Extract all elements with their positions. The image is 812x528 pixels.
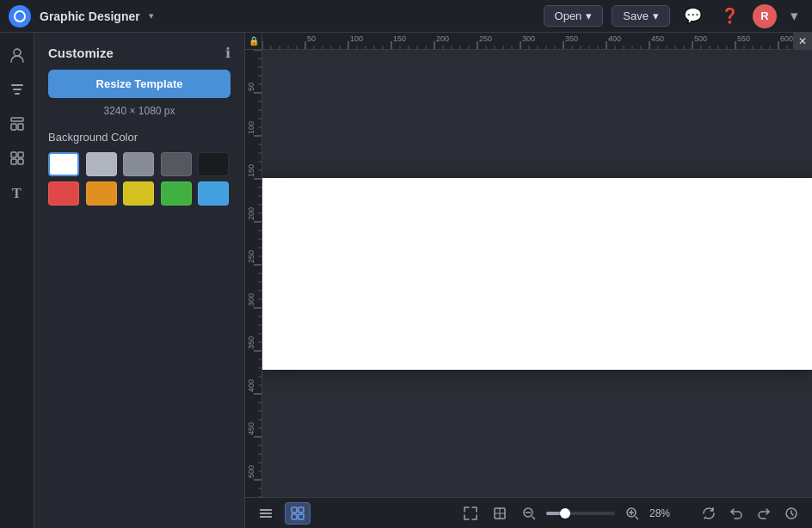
color-swatch-red[interactable] [48,181,79,206]
zoom-slider[interactable] [546,512,615,515]
resize-canvas-button[interactable] [488,503,512,524]
lock-icon: 🔒 [249,36,259,46]
svg-rect-10 [18,159,23,164]
undo-button[interactable] [724,503,748,524]
color-grid [48,152,231,206]
redo-button[interactable] [752,503,776,524]
svg-rect-2 [13,89,22,90]
zoom-controls: 28% [458,503,680,524]
main-body: T Customize ℹ Resize Template 3240 × 108… [0,33,812,528]
customize-title: Customize [48,46,114,60]
canvas-content[interactable] [262,178,812,370]
refresh-button[interactable] [697,503,721,524]
color-swatch-green[interactable] [161,181,192,206]
color-swatch-yellow[interactable] [123,181,154,206]
bg-color-section: Background Color [34,131,244,206]
app-logo[interactable] [9,5,31,28]
history-button[interactable] [779,503,803,524]
svg-rect-9 [11,159,16,164]
resize-template-button[interactable]: Resize Template [48,70,231,98]
svg-rect-12 [260,509,272,511]
svg-rect-1 [11,84,23,86]
sidebar-icon-widgets[interactable] [3,144,31,172]
color-swatch-blue[interactable] [198,181,229,206]
color-swatch-black[interactable] [198,152,229,176]
svg-rect-13 [260,513,272,514]
horizontal-ruler [262,33,793,50]
title-chevron-icon[interactable]: ▾ [149,10,154,21]
history-buttons [697,503,803,524]
svg-rect-5 [11,124,16,130]
svg-rect-4 [11,118,23,121]
fit-to-screen-button[interactable] [458,503,483,524]
icon-sidebar: T [0,33,34,528]
canvas-area: 🔒 ✕ [245,33,812,528]
color-swatch-light-gray[interactable] [86,152,117,176]
grid-toggle-button[interactable] [285,502,311,525]
svg-rect-16 [298,507,304,513]
vertical-ruler [245,50,262,497]
svg-rect-18 [298,514,304,519]
sidebar-icon-users[interactable] [3,41,31,69]
sidebar-icon-text[interactable]: T [3,179,31,206]
svg-point-0 [14,49,21,56]
dimensions-text: 3240 × 1080 px [34,105,244,117]
canvas-with-rulers: 🔒 ✕ [245,33,812,497]
info-icon[interactable]: ℹ [225,45,231,61]
app-logo-inner [14,10,26,22]
canvas-viewport[interactable] [262,50,812,497]
svg-rect-17 [292,514,297,519]
svg-text:T: T [12,186,22,200]
sidebar-icon-filter[interactable] [3,76,31,103]
ruler-row: 🔒 ✕ [245,33,812,50]
zoom-in-button[interactable] [620,503,644,524]
ruler-corner[interactable]: 🔒 [245,33,262,50]
user-avatar[interactable]: R [753,4,777,28]
comments-icon[interactable]: 💬 [679,3,707,28]
svg-rect-8 [18,152,23,157]
svg-rect-15 [292,507,297,513]
svg-rect-7 [11,152,16,157]
sidebar-icon-layout[interactable] [3,110,31,138]
ruler-corner-right: ✕ [793,33,812,50]
open-chevron-icon: ▾ [586,9,592,22]
account-menu-icon[interactable]: ▾ [785,3,803,28]
color-swatch-dark-gray[interactable] [161,152,192,176]
bottom-bar: 28% [245,497,812,528]
canvas-row [245,50,812,497]
h-ruler-canvas [262,33,793,50]
top-bar: Graphic Designer ▾ Open ▾ Save ▾ 💬 ❓ R ▾ [0,0,812,33]
zoom-slider-thumb [560,508,570,519]
customize-panel: Customize ℹ Resize Template 3240 × 1080 … [34,33,245,528]
zoom-percent: 28% [649,507,680,519]
zoom-out-button[interactable] [517,503,541,524]
bg-color-label: Background Color [48,131,231,144]
save-button[interactable]: Save ▾ [612,5,670,27]
app-title: Graphic Designer [40,9,140,23]
color-swatch-orange[interactable] [86,181,117,206]
customize-header: Customize ℹ [34,33,244,70]
svg-rect-14 [260,516,272,518]
layers-button[interactable] [254,503,278,524]
v-ruler-canvas [245,50,262,497]
svg-rect-6 [18,124,23,130]
open-button[interactable]: Open ▾ [544,5,604,27]
color-swatch-white[interactable] [48,152,79,176]
color-swatch-mid-gray[interactable] [123,152,154,176]
save-chevron-icon: ▾ [653,9,659,22]
svg-rect-3 [15,93,20,95]
help-icon[interactable]: ❓ [716,3,744,28]
canvas-close-button[interactable]: ✕ [793,33,812,50]
